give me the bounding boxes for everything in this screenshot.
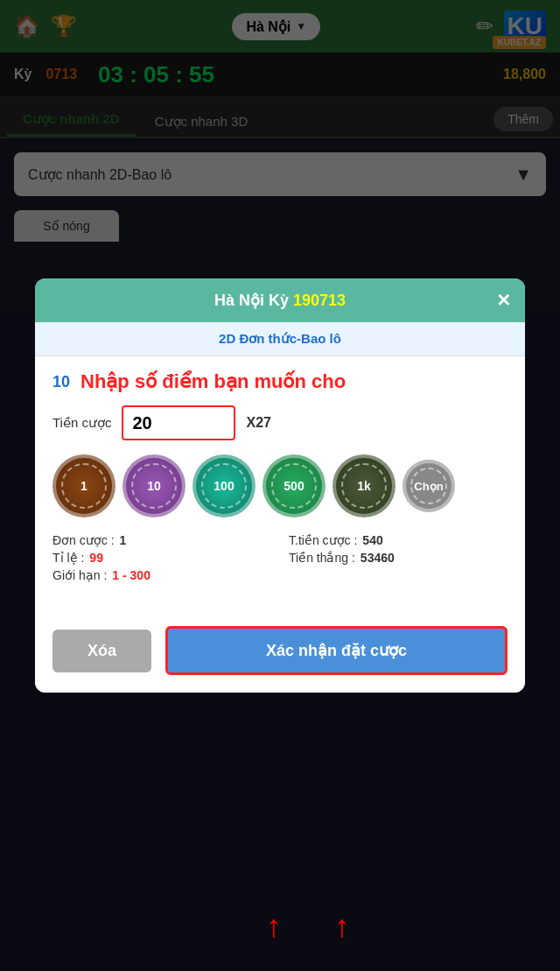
ti-le-label: Tỉ lệ : — [52, 551, 84, 565]
modal-header: Hà Nội Kỳ 190713 ✕ — [35, 278, 525, 322]
arrow-right-icon: ↑ — [334, 908, 350, 945]
arrow-left-icon: ↑ — [266, 908, 282, 945]
clear-button[interactable]: Xóa — [52, 630, 151, 672]
modal-close-button[interactable]: ✕ — [496, 290, 511, 311]
chips-row: 1 10 100 500 1k Chọn — [52, 454, 508, 517]
stat-don-cuoc: Đơn cược : 1 — [52, 533, 271, 547]
stats-grid: Đơn cược : 1 T.tiền cược : 540 Tỉ lệ : 9… — [52, 533, 508, 582]
hint-row: 10 Nhập số điểm bạn muốn cho — [52, 370, 508, 393]
gioi-han-label: Giới hạn : — [52, 568, 107, 582]
tien-thang-value: 53460 — [360, 551, 395, 565]
tien-thang-label: Tiền thắng : — [289, 551, 355, 565]
modal-overlay: Hà Nội Kỳ 190713 ✕ 2D Đơn thức-Bao lô 10… — [0, 0, 560, 971]
multiplier-label: X27 — [246, 415, 270, 431]
t-tien-cuoc-label: T.tiền cược : — [289, 533, 357, 547]
gioi-han-value: 1 - 300 — [112, 568, 150, 582]
chip-100[interactable]: 100 — [192, 454, 256, 517]
modal-body: 10 Nhập số điểm bạn muốn cho Tiền cược X… — [35, 356, 525, 612]
ti-le-value: 99 — [89, 551, 103, 565]
modal-subtitle: 2D Đơn thức-Bao lô — [35, 322, 525, 356]
bet-input-row: Tiền cược X27 — [52, 405, 508, 440]
hint-number: 10 — [52, 373, 70, 391]
t-tien-cuoc-value: 540 — [362, 533, 382, 547]
arrow-indicators: ↑ ↑ — [266, 908, 350, 945]
stat-t-tien-cuoc: T.tiền cược : 540 — [289, 533, 508, 547]
confirm-button[interactable]: Xác nhận đặt cược — [165, 626, 508, 675]
hint-text: Nhập số điểm bạn muốn cho — [80, 370, 346, 393]
chip-10[interactable]: 10 — [122, 454, 186, 517]
modal: Hà Nội Kỳ 190713 ✕ 2D Đơn thức-Bao lô 10… — [35, 278, 525, 693]
don-cuoc-label: Đơn cược : — [52, 533, 115, 547]
bet-label: Tiền cược — [52, 415, 111, 431]
modal-title: Hà Nội Kỳ 190713 — [214, 291, 346, 310]
chip-custom[interactable]: Chọn — [402, 460, 455, 512]
don-cuoc-value: 1 — [120, 533, 127, 547]
modal-footer: Xóa Xác nhận đặt cược — [35, 612, 525, 693]
stat-tien-thang: Tiền thắng : 53460 — [289, 551, 508, 565]
bet-amount-input[interactable] — [122, 405, 235, 440]
stat-ti-le: Tỉ lệ : 99 — [52, 551, 271, 565]
chip-1k[interactable]: 1k — [332, 454, 396, 517]
chip-500[interactable]: 500 — [262, 454, 326, 517]
stat-gioi-han: Giới hạn : 1 - 300 — [52, 568, 271, 582]
chip-1[interactable]: 1 — [52, 454, 116, 517]
